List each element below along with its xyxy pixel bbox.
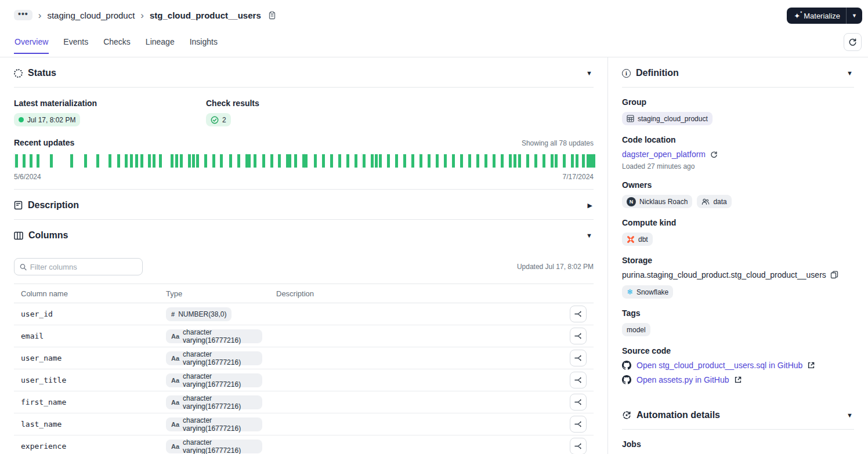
storage-kind-value: Snowflake xyxy=(636,288,668,296)
tab-insights[interactable]: Insights xyxy=(189,35,218,54)
col-header-type: Type xyxy=(159,284,269,303)
number-type-icon: # xyxy=(171,311,175,318)
type-badge: #NUMBER(38,0) xyxy=(166,307,232,321)
columns-collapse-caret[interactable]: ▼ xyxy=(586,232,592,239)
tab-events[interactable]: Events xyxy=(63,35,89,54)
tab-overview[interactable]: Overview xyxy=(14,35,49,54)
search-icon xyxy=(20,263,27,271)
col-header-name: Column name xyxy=(14,284,159,303)
external-link-icon xyxy=(808,362,815,369)
check-circle-icon xyxy=(211,116,219,124)
chevron-right-icon: › xyxy=(140,10,144,20)
column-lineage-button[interactable] xyxy=(570,394,587,411)
column-description xyxy=(269,347,563,369)
definition-section-header: i Definition ▼ xyxy=(622,57,854,87)
column-name: email xyxy=(14,325,159,347)
check-results-badge[interactable]: 2 xyxy=(206,113,231,126)
code-location-link[interactable]: dagster_open_platform xyxy=(622,150,706,159)
column-lineage-button[interactable] xyxy=(570,438,587,454)
tab-checks[interactable]: Checks xyxy=(103,35,131,54)
columns-title: Columns xyxy=(28,230,68,241)
description-expand-caret[interactable]: ▶ xyxy=(588,202,592,209)
definition-collapse-caret[interactable]: ▼ xyxy=(847,70,853,77)
type-badge: Aacharacter varying(16777216) xyxy=(166,329,262,343)
status-collapse-caret[interactable]: ▼ xyxy=(586,70,592,77)
columns-section-header: Columns ▼ xyxy=(14,220,594,249)
owner-user-badge[interactable]: N Nicklaus Roach xyxy=(622,195,692,208)
tags-label: Tags xyxy=(622,308,854,318)
owners-label: Owners xyxy=(622,180,854,190)
string-type-icon: Aa xyxy=(171,421,179,428)
jobs-label: Jobs xyxy=(622,440,854,449)
owner-team-name: data xyxy=(713,198,726,206)
definition-sidebar: i Definition ▼ Group staging_cloud_produ… xyxy=(607,57,868,454)
filter-columns-field[interactable] xyxy=(14,258,143,275)
header: ••• › staging_cloud_product › stg_cloud_… xyxy=(0,0,868,30)
columns-table: Column name Type Description user_id #NU… xyxy=(14,284,594,454)
type-label: character varying(16777216) xyxy=(183,372,257,388)
filter-columns-input[interactable] xyxy=(30,263,137,271)
recent-updates-timeline[interactable] xyxy=(14,153,594,169)
asset-name: stg_cloud_product__users xyxy=(150,10,261,20)
external-link-icon xyxy=(735,376,742,383)
type-badge: Aacharacter varying(16777216) xyxy=(166,351,262,365)
latest-materialization-badge[interactable]: Jul 17, 8:02 PM xyxy=(14,113,80,126)
column-name: user_name xyxy=(14,347,159,369)
asset-details-page: ••• › staging_cloud_product › stg_cloud_… xyxy=(0,0,868,454)
lineage-icon xyxy=(574,420,583,428)
owner-team-badge[interactable]: data xyxy=(697,195,731,208)
tab-lineage[interactable]: Lineage xyxy=(145,35,175,54)
automation-section-header: Automation details ▼ xyxy=(622,399,854,429)
column-name: user_id xyxy=(14,303,159,325)
group-value: staging_cloud_product xyxy=(638,115,708,123)
column-description xyxy=(269,435,563,454)
materialize-dropdown-button[interactable]: ▼ xyxy=(847,8,862,24)
dbt-icon xyxy=(627,235,635,244)
type-label: character varying(16777216) xyxy=(183,394,257,411)
refresh-button[interactable] xyxy=(844,33,862,51)
lineage-icon xyxy=(574,332,583,340)
column-description xyxy=(269,391,563,413)
source-sql-github-link[interactable]: Open stg_cloud_product__users.sql in Git… xyxy=(636,361,802,370)
column-lineage-button[interactable] xyxy=(570,416,587,433)
lineage-icon xyxy=(574,376,583,384)
table-row: user_name Aacharacter varying(16777216) xyxy=(14,347,594,369)
column-lineage-button[interactable] xyxy=(570,328,587,344)
status-title: Status xyxy=(28,68,56,78)
string-type-icon: Aa xyxy=(171,443,179,450)
automation-title: Automation details xyxy=(636,410,720,420)
type-label: character varying(16777216) xyxy=(183,438,257,454)
type-label: NUMBER(38,0) xyxy=(178,310,226,318)
success-dot-icon xyxy=(19,117,24,122)
tag-badge[interactable]: model xyxy=(622,323,650,336)
copy-storage-path-icon[interactable] xyxy=(830,271,838,279)
column-lineage-button[interactable] xyxy=(570,350,587,366)
group-grid-icon xyxy=(627,115,634,122)
source-assets-github-link[interactable]: Open assets.py in GitHub xyxy=(636,375,729,384)
col-header-description: Description xyxy=(269,284,563,303)
column-description xyxy=(269,413,563,435)
compute-kind-badge[interactable]: dbt xyxy=(622,233,653,246)
materialize-split-button: ✦ Materialize ▼ xyxy=(787,8,862,24)
storage-path: purina.staging_cloud_product.stg_cloud_p… xyxy=(622,270,826,279)
storage-kind-badge[interactable]: ❄ Snowflake xyxy=(622,285,673,299)
table-row: first_name Aacharacter varying(16777216) xyxy=(14,391,594,413)
overview-main-panel: Status ▼ Latest materialization Jul 17, … xyxy=(0,57,607,454)
showing-updates-text: Showing all 78 updates xyxy=(522,139,594,147)
breadcrumb-ellipsis-button[interactable]: ••• xyxy=(14,10,32,20)
breadcrumb-group-link[interactable]: staging_cloud_product xyxy=(47,10,135,20)
status-section-header: Status ▼ xyxy=(14,57,594,87)
column-name: user_title xyxy=(14,369,159,391)
tab-bar: Overview Events Checks Lineage Insights xyxy=(0,30,868,57)
automation-collapse-caret[interactable]: ▼ xyxy=(847,412,853,419)
group-badge[interactable]: staging_cloud_product xyxy=(622,112,713,125)
column-lineage-button[interactable] xyxy=(570,372,587,388)
materialize-button[interactable]: ✦ Materialize xyxy=(787,8,846,24)
reload-icon[interactable] xyxy=(710,151,718,158)
column-lineage-button[interactable] xyxy=(570,306,587,322)
table-row: user_title Aacharacter varying(16777216) xyxy=(14,369,594,391)
copy-asset-name-icon[interactable] xyxy=(268,11,276,20)
table-row: email Aacharacter varying(16777216) xyxy=(14,325,594,347)
recent-updates-label: Recent updates xyxy=(14,138,74,147)
description-title: Description xyxy=(28,200,79,210)
